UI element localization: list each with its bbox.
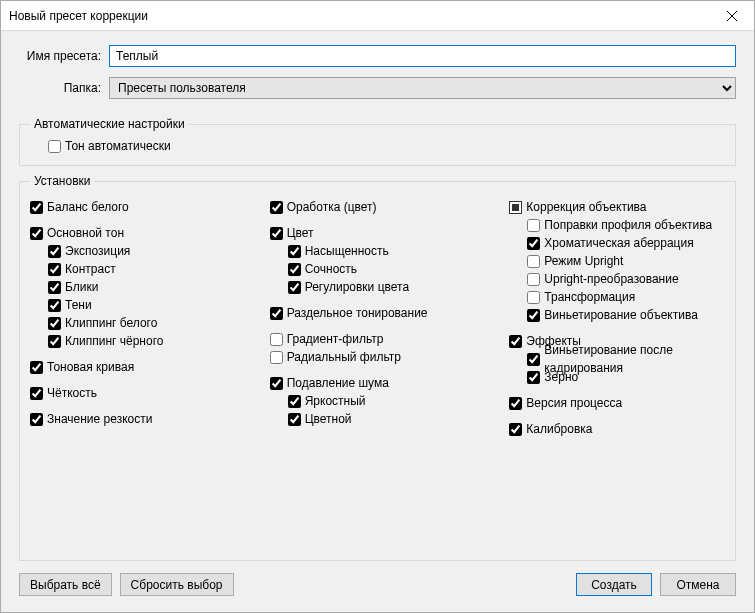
auto-tone-checkbox[interactable]: Тон автоматически: [48, 137, 725, 155]
shadows-checkbox[interactable]: Тени: [48, 296, 246, 314]
black-clip-checkbox[interactable]: Клиппинг чёрного: [48, 332, 246, 350]
luminance-checkbox[interactable]: Яркостный: [288, 392, 486, 410]
create-button[interactable]: Создать: [576, 573, 652, 596]
folder-select[interactable]: Пресеты пользователя: [109, 77, 736, 99]
titlebar: Новый пресет коррекции: [1, 1, 754, 31]
lens-profile-checkbox[interactable]: Поправки профиля объектива: [527, 216, 725, 234]
calibration-checkbox[interactable]: Калибровка: [509, 420, 725, 438]
tone-curve-checkbox[interactable]: Тоновая кривая: [30, 358, 246, 376]
close-icon: [727, 11, 737, 21]
settings-legend: Установки: [30, 174, 94, 188]
clarity-checkbox[interactable]: Чёткость: [30, 384, 246, 402]
color-adjust-checkbox[interactable]: Регулировки цвета: [288, 278, 486, 296]
folder-row: Папка: Пресеты пользователя: [19, 77, 736, 99]
sharpening-checkbox[interactable]: Значение резкости: [30, 410, 246, 428]
process-ver-checkbox[interactable]: Версия процесса: [509, 394, 725, 412]
white-clip-checkbox[interactable]: Клиппинг белого: [48, 314, 246, 332]
settings-col-1: Баланс белого Основной тон Экспозиция Ко…: [30, 198, 246, 446]
select-all-button[interactable]: Выбрать всё: [19, 573, 112, 596]
dialog-footer: Выбрать всё Сбросить выбор Создать Отмен…: [1, 561, 754, 612]
settings-col-3: Коррекция объектива Поправки профиля объ…: [509, 198, 725, 446]
cancel-button[interactable]: Отмена: [660, 573, 736, 596]
postcrop-vig-checkbox[interactable]: Виньетирование после кадрирования: [527, 350, 725, 368]
grad-filter-checkbox[interactable]: Градиент-фильтр: [270, 330, 486, 348]
folder-label: Папка:: [19, 81, 109, 95]
auto-tone-label: Тон автоматически: [65, 137, 171, 155]
transform-checkbox[interactable]: Трансформация: [527, 288, 725, 306]
exposure-checkbox[interactable]: Экспозиция: [48, 242, 246, 260]
close-button[interactable]: [709, 1, 754, 31]
lens-corr-checkbox[interactable]: Коррекция объектива: [509, 198, 725, 216]
saturation-checkbox[interactable]: Насыщенность: [288, 242, 486, 260]
settings-group: Установки Баланс белого Основной тон Экс…: [19, 174, 736, 561]
contrast-checkbox[interactable]: Контраст: [48, 260, 246, 278]
dialog-content: Имя пресета: Папка: Пресеты пользователя…: [1, 31, 754, 561]
upright-mode-checkbox[interactable]: Режим Upright: [527, 252, 725, 270]
preset-name-row: Имя пресета:: [19, 45, 736, 67]
settings-grid: Баланс белого Основной тон Экспозиция Ко…: [30, 194, 725, 446]
radial-filter-checkbox[interactable]: Радиальный фильтр: [270, 348, 486, 366]
noise-checkbox[interactable]: Подавление шума: [270, 374, 486, 392]
auto-settings-legend: Автоматические настройки: [30, 117, 189, 131]
clear-selection-button[interactable]: Сбросить выбор: [120, 573, 234, 596]
settings-col-2: Оработка (цвет) Цвет Насыщенность Сочнос…: [270, 198, 486, 446]
dialog-window: Новый пресет коррекции Имя пресета: Папк…: [0, 0, 755, 613]
basic-tone-checkbox[interactable]: Основной тон: [30, 224, 246, 242]
highlights-checkbox[interactable]: Блики: [48, 278, 246, 296]
split-tone-checkbox[interactable]: Раздельное тонирование: [270, 304, 486, 322]
treatment-checkbox[interactable]: Оработка (цвет): [270, 198, 486, 216]
preset-name-label: Имя пресета:: [19, 49, 109, 63]
auto-settings-group: Автоматические настройки Тон автоматичес…: [19, 117, 736, 166]
preset-name-input[interactable]: [109, 45, 736, 67]
window-title: Новый пресет коррекции: [9, 9, 709, 23]
upright-transform-checkbox[interactable]: Upright-преобразование: [527, 270, 725, 288]
color-checkbox[interactable]: Цвет: [270, 224, 486, 242]
vibrance-checkbox[interactable]: Сочность: [288, 260, 486, 278]
mixed-state-icon: [509, 201, 522, 214]
auto-tone-input[interactable]: [48, 140, 61, 153]
chromatic-checkbox[interactable]: Хроматическая аберрация: [527, 234, 725, 252]
chroma-noise-checkbox[interactable]: Цветной: [288, 410, 486, 428]
white-balance-checkbox[interactable]: Баланс белого: [30, 198, 246, 216]
lens-vignette-checkbox[interactable]: Виньетирование объектива: [527, 306, 725, 324]
